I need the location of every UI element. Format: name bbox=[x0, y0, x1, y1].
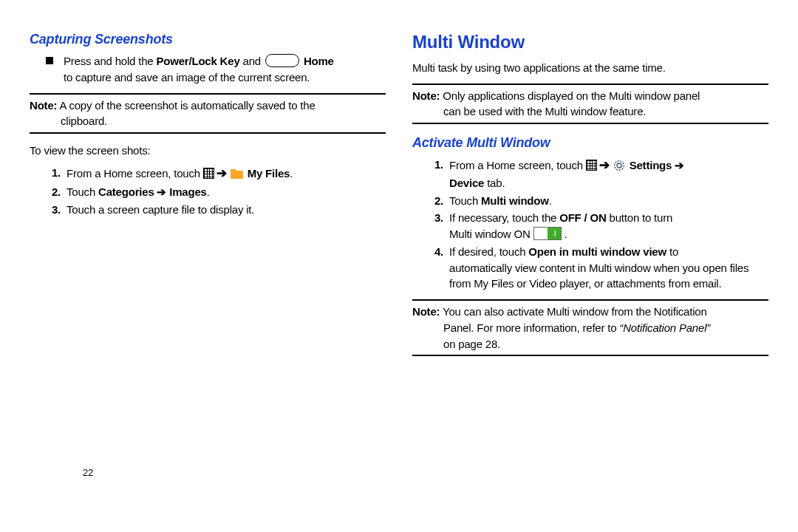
list-item: 1. From a Home screen, touch ➔ My Files. bbox=[46, 165, 386, 183]
list-item: 3. If necessary, touch the OFF / ON butt… bbox=[429, 210, 768, 242]
right-steps: 1. From a Home screen, touch ➔ Settings … bbox=[412, 157, 768, 292]
note-label: Note: bbox=[30, 99, 57, 112]
note-clipboard: Note: A copy of the screenshot is automa… bbox=[30, 93, 386, 134]
list-item: 4. If desired, touch Open in multi windo… bbox=[429, 244, 768, 292]
right-column: Multi Window Multi task by using two app… bbox=[412, 30, 768, 365]
gear-icon bbox=[613, 160, 625, 171]
list-item: 2. Touch Categories ➔ Images. bbox=[46, 184, 386, 200]
note-notification-panel: Note: You can also activate Multi window… bbox=[412, 299, 768, 356]
heading-multi-window: Multi Window bbox=[412, 30, 768, 55]
list-item: 3. Touch a screen capture file to displa… bbox=[46, 202, 386, 218]
list-item: 1. From a Home screen, touch ➔ Settings … bbox=[429, 157, 768, 191]
left-column: Capturing Screenshots Press and hold the… bbox=[30, 30, 386, 365]
arrow-icon: ➔ bbox=[216, 166, 227, 180]
heading-capturing-screenshots: Capturing Screenshots bbox=[30, 30, 386, 49]
note-multiwindow-apps: Note: Only applications displayed on the… bbox=[412, 83, 768, 125]
arrow-icon: ➔ bbox=[599, 158, 610, 172]
note-label: Note: bbox=[412, 305, 440, 318]
list-item: 2. Touch Multi window. bbox=[429, 193, 768, 209]
apps-grid-icon bbox=[203, 168, 214, 179]
svg-point-0 bbox=[617, 163, 621, 168]
view-intro: To view the screen shots: bbox=[30, 143, 386, 159]
left-steps: 1. From a Home screen, touch ➔ My Files.… bbox=[30, 165, 386, 218]
bullet-square-icon bbox=[46, 57, 53, 64]
heading-activate-multi-window: Activate Multi Window bbox=[412, 133, 768, 152]
bullet-item: Press and hold the Power/Lock Key and Ho… bbox=[46, 53, 386, 86]
home-key-icon bbox=[265, 54, 299, 67]
page-number: 22 bbox=[83, 466, 93, 480]
toggle-on-icon bbox=[533, 227, 562, 240]
svg-point-1 bbox=[614, 161, 624, 171]
note-label: Note: bbox=[412, 89, 440, 102]
folder-icon bbox=[231, 169, 243, 179]
bullet-text: Press and hold the Power/Lock Key and Ho… bbox=[64, 53, 334, 86]
multiwindow-intro: Multi task by using two applications at … bbox=[412, 60, 768, 76]
apps-grid-icon bbox=[586, 160, 597, 171]
